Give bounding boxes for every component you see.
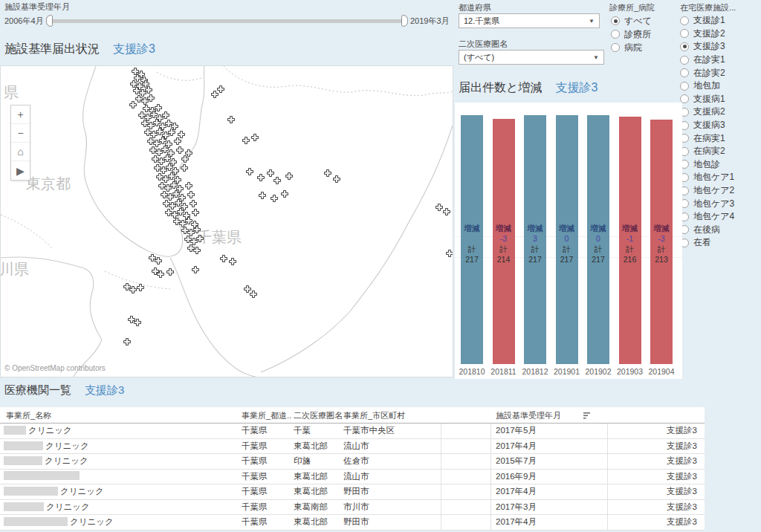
geo-label: 千葉県	[197, 229, 242, 245]
facility-type-option-在看[interactable]: 在看	[680, 236, 734, 250]
cell-accept-date: 2017年5月	[496, 425, 537, 436]
bar-zougen-value: -1	[619, 233, 641, 244]
slider-thumb-max[interactable]	[401, 15, 408, 27]
col-header-date[interactable]: 施設基準受理年月	[496, 410, 561, 421]
facility-marker[interactable]	[250, 291, 257, 298]
facility-marker[interactable]	[245, 286, 251, 293]
radio-icon	[680, 16, 689, 25]
facility-marker[interactable]	[230, 259, 236, 265]
zoom-in-button[interactable]: +	[11, 106, 30, 124]
table-row[interactable]: クリニック千葉県東葛南部市川市2017年3月支援診3	[0, 500, 705, 516]
table-row[interactable]: 千葉県東葛北部流山市2016年9月支援診3	[0, 470, 705, 485]
table-row[interactable]: クリニック千葉県東葛北部流山市2017年4月支援診3	[0, 439, 705, 455]
radio-label: 地包加	[693, 80, 720, 92]
facility-marker[interactable]	[258, 175, 265, 181]
col-header-city[interactable]: 事業所_市区町村	[343, 410, 405, 421]
radio-icon	[680, 68, 689, 77]
map-title-subtitle: 支援診3	[113, 42, 155, 55]
facility-marker[interactable]	[137, 285, 144, 291]
facility-marker[interactable]	[271, 195, 278, 202]
table-row[interactable]: クリニック千葉県千葉千葉市中央区2017年5月支援診3	[0, 424, 705, 439]
facility-type-option-支援診1[interactable]: 支援診1	[680, 14, 734, 27]
cell-facility-type: 支援診3	[667, 516, 697, 528]
radio-label: 地包ケア4	[693, 210, 734, 223]
facility-marker[interactable]	[124, 339, 131, 346]
bar-zougen-value: -3	[650, 233, 673, 244]
facility-marker[interactable]	[181, 165, 188, 172]
expand-tools-button[interactable]: ▶	[11, 161, 30, 180]
facility-type-option-地包加[interactable]: 地包加	[680, 80, 734, 93]
cell-medical-area: 東葛北部	[294, 471, 328, 482]
facility-type-option-支援病2[interactable]: 支援病2	[680, 106, 734, 119]
facility-marker[interactable]	[334, 176, 340, 183]
cell-medical-area: 東葛北部	[294, 486, 328, 497]
home-button[interactable]: ⌂	[11, 143, 30, 161]
prefecture-select[interactable]: 12.千葉県 ▼	[459, 13, 600, 28]
table-row[interactable]: クリニック千葉県印旛佐倉市2015年7月支援診3	[0, 454, 705, 470]
facility-type-option-地包ケア1[interactable]: 地包ケア1	[680, 171, 734, 184]
facility-type-option-支援診3[interactable]: 支援診3	[680, 40, 734, 53]
facility-marker[interactable]	[177, 147, 184, 154]
col-header-area[interactable]: 二次医療圏名	[294, 410, 343, 421]
facility-type-option-地包ケア2[interactable]: 地包ケア2	[680, 184, 734, 198]
facility-marker[interactable]	[268, 170, 274, 177]
date-range-slider-track[interactable]	[51, 19, 404, 23]
facility-marker[interactable]	[188, 192, 195, 198]
facility-marker[interactable]	[282, 191, 288, 198]
facility-type-option-地包ケア3[interactable]: 地包ケア3	[680, 197, 734, 210]
facility-marker[interactable]	[167, 269, 174, 276]
medical-area-select[interactable]: (すべて) ▼	[459, 50, 604, 65]
radio-label: 支援診3	[693, 40, 725, 53]
slider-thumb-min[interactable]	[46, 15, 53, 27]
facility-type-option-地包ケア4[interactable]: 地包ケア4	[680, 210, 734, 224]
facility-marker[interactable]	[212, 91, 218, 98]
facility-type-option-支援病3[interactable]: 支援病3	[680, 119, 734, 132]
map-canvas[interactable]: 県東京都川県千葉県	[1, 66, 453, 377]
clinic-hospital-option-すべて[interactable]: すべて	[611, 14, 652, 27]
facility-marker[interactable]	[221, 256, 227, 262]
facility-type-option-地包診[interactable]: 地包診	[680, 158, 734, 172]
facility-marker[interactable]	[228, 117, 235, 123]
facility-marker[interactable]	[247, 169, 253, 175]
facility-marker[interactable]	[218, 86, 224, 93]
facility-type-option-支援病1[interactable]: 支援病1	[680, 93, 734, 106]
map-panel[interactable]: 県東京都川県千葉県 + − ⌂ ▶ © OpenStreetMap contri…	[0, 65, 453, 377]
facility-marker[interactable]	[436, 204, 443, 211]
clinic-hospital-option-病院[interactable]: 病院	[611, 41, 652, 54]
facility-marker[interactable]	[190, 201, 197, 207]
table-row[interactable]: クリニック千葉県東葛北部野田市2017年4月支援診3	[0, 515, 705, 531]
clinic-hospital-option-診療所[interactable]: 診療所	[611, 27, 652, 41]
zoom-out-button[interactable]: −	[11, 124, 30, 143]
facility-marker[interactable]	[243, 137, 250, 144]
facility-marker[interactable]	[259, 192, 266, 199]
col-header-pref[interactable]: 事業所_都道..	[242, 410, 291, 421]
facility-marker[interactable]	[252, 134, 259, 141]
facility-marker[interactable]	[178, 132, 185, 138]
facility-marker[interactable]	[286, 173, 293, 180]
col-header-name[interactable]: 事業所_名称	[6, 410, 51, 421]
facility-type-option-支援診2[interactable]: 支援診2	[680, 27, 734, 41]
facility-type-option-在診実1[interactable]: 在診実1	[680, 53, 734, 67]
cell-accept-date: 2016年9月	[496, 471, 537, 482]
facility-marker[interactable]	[186, 183, 192, 189]
facility-marker[interactable]	[192, 267, 199, 273]
facility-marker[interactable]	[444, 209, 450, 215]
cell-city: 野田市	[343, 486, 369, 497]
facility-marker[interactable]	[325, 170, 331, 177]
facility-marker[interactable]	[175, 138, 181, 145]
facility-type-option-在診実2[interactable]: 在診実2	[680, 66, 734, 80]
radio-label: 支援病3	[693, 119, 725, 132]
facility-type-option-在病実1[interactable]: 在病実1	[680, 132, 734, 145]
facility-type-option-在病実2[interactable]: 在病実2	[680, 145, 734, 158]
facility-marker[interactable]	[447, 250, 453, 257]
table-row[interactable]: クリニック千葉県東葛北部野田市2017年4月支援診3	[0, 484, 705, 500]
chevron-down-icon: ▼	[593, 54, 599, 61]
facility-type-option-在後病[interactable]: 在後病	[680, 224, 734, 237]
bar-kei-label: 計	[524, 244, 546, 254]
radio-label: 在診実1	[693, 53, 725, 66]
facility-marker[interactable]	[192, 210, 199, 216]
facility-marker[interactable]	[274, 178, 281, 184]
facility-marker[interactable]	[130, 102, 137, 108]
sort-icon[interactable]	[583, 412, 592, 420]
cell-accept-date: 2017年4月	[496, 441, 537, 452]
